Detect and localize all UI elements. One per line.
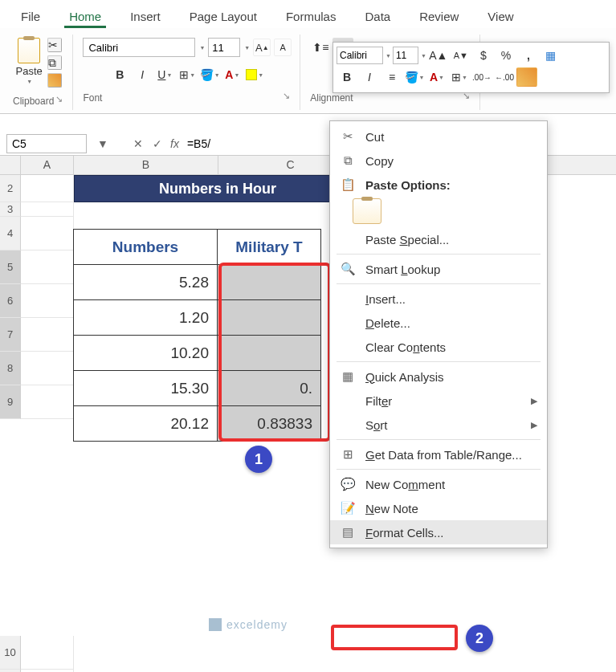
decrease-font-icon[interactable]: A xyxy=(274,39,292,56)
cell-b7[interactable]: 10.20 xyxy=(73,335,218,371)
font-color-button[interactable]: A▼ xyxy=(222,65,243,84)
scissors-icon: ✂ xyxy=(340,129,356,144)
mini-italic-button[interactable]: I xyxy=(359,67,380,87)
col-header-b[interactable]: B xyxy=(74,156,218,174)
increase-font-icon[interactable]: A▲ xyxy=(253,39,271,56)
underline-button[interactable]: U▼ xyxy=(154,65,175,84)
col-header-a[interactable]: A xyxy=(21,156,74,174)
border-button[interactable]: ⊞▼ xyxy=(177,65,198,84)
paste-option-icon[interactable] xyxy=(353,198,381,224)
ctx-insert[interactable]: Insert... xyxy=(330,287,547,311)
row-header[interactable]: 2 xyxy=(0,175,21,202)
row-header[interactable]: 4 xyxy=(0,217,21,250)
cell-c9[interactable]: 0.83833 xyxy=(217,405,321,442)
mini-format-painter-icon[interactable] xyxy=(516,67,537,87)
mini-percent-icon[interactable]: % xyxy=(496,46,516,65)
highlight-button[interactable]: ▼ xyxy=(244,65,265,84)
copy-icon: ⧉ xyxy=(340,153,356,168)
tab-view[interactable]: View xyxy=(476,5,524,28)
ribbon-tabs: File Home Insert Page Layout Formulas Da… xyxy=(0,0,616,28)
row-header[interactable]: 3 xyxy=(0,202,21,217)
font-name-select[interactable] xyxy=(83,38,195,57)
ctx-clear-contents[interactable]: Clear Contents xyxy=(330,335,547,359)
header-numbers: Numbers xyxy=(73,229,218,265)
paste-button[interactable]: Paste ▼ xyxy=(16,38,43,84)
row-header[interactable]: 10 xyxy=(0,636,21,670)
row-header[interactable]: 9 xyxy=(0,385,21,419)
font-size-select[interactable] xyxy=(208,38,240,57)
select-all-corner[interactable] xyxy=(0,156,21,174)
cell-b6[interactable]: 1.20 xyxy=(73,299,218,336)
copy-icon[interactable]: ⧉ xyxy=(47,55,62,70)
cell-c7[interactable] xyxy=(217,335,321,371)
mini-font-color-icon[interactable]: A▼ xyxy=(426,67,447,87)
ctx-copy[interactable]: ⧉Copy xyxy=(330,149,547,173)
tab-pagelayout[interactable]: Page Layout xyxy=(178,5,268,28)
cell-c6[interactable] xyxy=(217,299,321,336)
group-label: Font xyxy=(83,88,102,104)
tab-formulas[interactable]: Formulas xyxy=(275,5,348,28)
cell-c8[interactable]: 0. xyxy=(217,370,321,406)
row-header[interactable]: 8 xyxy=(0,352,21,385)
clipboard-icon xyxy=(18,38,40,63)
tab-home[interactable]: Home xyxy=(58,5,112,28)
row-header[interactable]: 7 xyxy=(0,318,21,352)
chevron-right-icon: ▶ xyxy=(531,420,537,430)
ctx-quick-analysis[interactable]: ▦Quick Analysis xyxy=(330,365,547,389)
cancel-formula-icon[interactable]: ✕ xyxy=(129,134,148,153)
clipboard-dialog-launcher[interactable]: ↘ xyxy=(54,92,64,106)
cut-icon[interactable]: ✂ xyxy=(47,38,62,52)
group-label: Clipboard xyxy=(13,91,54,107)
accept-formula-icon[interactable]: ✓ xyxy=(148,134,167,153)
tab-data[interactable]: Data xyxy=(353,5,402,28)
mini-inc-decimal-icon[interactable]: .00→ xyxy=(471,67,492,87)
ctx-format-cells[interactable]: ▤Format Cells... xyxy=(330,520,547,544)
ctx-new-note[interactable]: 📝New Note xyxy=(330,496,547,520)
mini-merge-icon[interactable]: ▦ xyxy=(541,46,561,65)
clipboard-icon: 📋 xyxy=(340,177,356,192)
title-banner: Numbers in Hour xyxy=(74,175,361,202)
mini-font-select[interactable] xyxy=(337,47,383,64)
cell-b8[interactable]: 15.30 xyxy=(73,370,218,406)
cell-b9[interactable]: 20.12 xyxy=(73,405,218,442)
mini-bold-button[interactable]: B xyxy=(337,67,357,87)
format-painter-icon[interactable] xyxy=(47,73,62,88)
ctx-cut[interactable]: ✂Cut xyxy=(330,124,547,149)
ctx-smart-lookup[interactable]: 🔍Smart Lookup xyxy=(330,257,547,281)
name-box[interactable] xyxy=(6,134,87,153)
mini-increase-font-icon[interactable]: A▲ xyxy=(428,46,449,65)
row-header[interactable]: 5 xyxy=(0,250,21,284)
ctx-new-comment[interactable]: 💬New Comment xyxy=(330,472,547,496)
mini-comma-icon[interactable]: , xyxy=(518,46,539,65)
ctx-paste-options-label: 📋Paste Options: xyxy=(330,173,547,197)
mini-align-icon[interactable]: ≡ xyxy=(381,67,402,87)
mini-currency-icon[interactable]: $ xyxy=(473,46,494,65)
fx-icon[interactable]: fx xyxy=(170,137,179,150)
mini-size-select[interactable] xyxy=(393,47,418,64)
row-header[interactable]: 6 xyxy=(0,284,21,318)
italic-button[interactable]: I xyxy=(132,65,153,84)
quick-analysis-icon: ▦ xyxy=(340,369,356,384)
tab-insert[interactable]: Insert xyxy=(119,5,172,28)
mini-dec-decimal-icon[interactable]: ←.00 xyxy=(494,67,515,87)
bold-button[interactable]: B xyxy=(109,65,130,84)
tab-review[interactable]: Review xyxy=(408,5,470,28)
mini-border-icon[interactable]: ⊞▼ xyxy=(449,67,470,87)
tab-file[interactable]: File xyxy=(10,5,51,28)
font-dialog-launcher[interactable]: ↘ xyxy=(281,89,292,103)
mini-decrease-font-icon[interactable]: A▼ xyxy=(451,46,471,65)
ctx-filter[interactable]: Filter▶ xyxy=(330,389,547,413)
name-box-dropdown-icon[interactable]: ▼ xyxy=(93,134,112,153)
fill-color-button[interactable]: 🪣▼ xyxy=(199,65,220,84)
ctx-delete[interactable]: Delete... xyxy=(330,311,547,335)
ctx-paste-special[interactable]: Paste Special... xyxy=(330,227,547,251)
align-top-icon[interactable]: ⬆≡ xyxy=(310,38,331,57)
callout-1: 1 xyxy=(245,446,272,473)
ctx-get-data[interactable]: ⊞Get Data from Table/Range... xyxy=(330,442,547,466)
mini-fill-icon[interactable]: 🪣▼ xyxy=(404,67,425,87)
comment-icon: 💬 xyxy=(340,477,356,491)
cell-c5[interactable] xyxy=(217,264,321,300)
cell-b5[interactable]: 5.28 xyxy=(73,264,218,300)
group-clipboard: Paste ▼ ✂ ⧉ Clipboard↘ xyxy=(10,35,73,110)
ctx-sort[interactable]: Sort▶ xyxy=(330,413,547,437)
